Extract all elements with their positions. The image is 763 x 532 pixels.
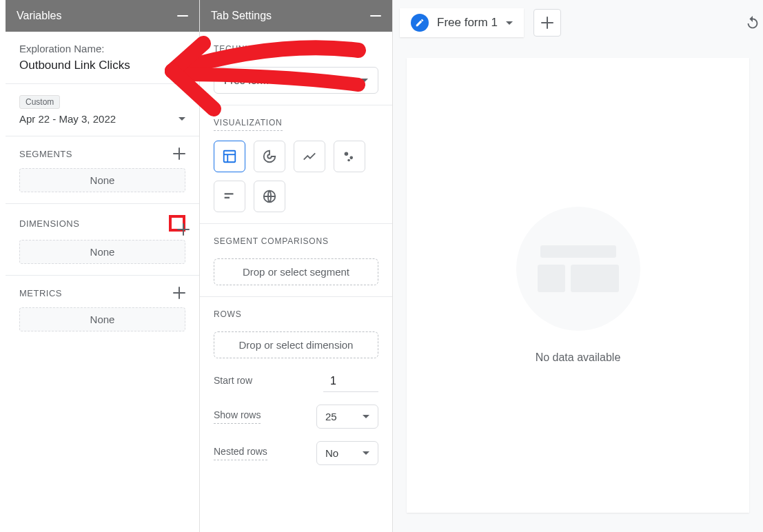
date-range-badge: Custom	[19, 95, 60, 109]
segment-comparisons-dropzone[interactable]: Drop or select segment	[214, 258, 378, 285]
segments-section: SEGMENTS None	[6, 136, 199, 204]
add-segment-icon[interactable]	[173, 147, 185, 160]
dimensions-title: DIMENSIONS	[19, 218, 79, 229]
tab-settings-title: Tab Settings	[211, 10, 272, 22]
rows-section: ROWS Drop or select dimension Start row …	[200, 297, 392, 489]
metrics-dropzone[interactable]: None	[19, 307, 185, 331]
nested-rows-select[interactable]: No	[316, 441, 378, 465]
visualization-title: VISUALIZATION	[214, 118, 283, 131]
collapse-icon[interactable]	[177, 15, 188, 17]
segment-comparisons-title: SEGMENT COMPARISONS	[214, 236, 329, 249]
svg-rect-0	[224, 151, 236, 163]
metrics-section: METRICS None	[6, 276, 199, 342]
viz-table-button[interactable]	[214, 141, 245, 172]
dimensions-section: DIMENSIONS None	[6, 204, 199, 276]
variables-panel: Variables Exploration Name: Outbound Lin…	[6, 0, 200, 532]
rows-dropzone[interactable]: Drop or select dimension	[214, 331, 378, 358]
technique-section: TECHNIQUE Free form	[200, 32, 392, 105]
start-row-value[interactable]: 1	[323, 371, 378, 392]
canvas-tab[interactable]: Free form 1	[400, 8, 524, 37]
undo-icon[interactable]	[745, 15, 760, 32]
variables-header: Variables	[6, 0, 199, 32]
show-rows-label: Show rows	[214, 409, 261, 424]
segments-dropzone[interactable]: None	[19, 168, 185, 192]
empty-state-icon	[516, 207, 640, 331]
canvas-tab-name: Free form 1	[437, 16, 498, 30]
rows-title: ROWS	[214, 309, 242, 322]
exploration-name-value[interactable]: Outbound Link Clicks	[19, 59, 185, 72]
dimensions-dropzone[interactable]: None	[19, 240, 185, 264]
exploration-name-section: Exploration Name: Outbound Link Clicks	[6, 32, 199, 84]
no-data-text: No data available	[536, 351, 621, 364]
chevron-down-icon	[361, 79, 368, 82]
technique-select[interactable]: Free form	[214, 67, 378, 94]
exploration-canvas: Free form 1 No data available	[393, 0, 763, 532]
viz-geo-button[interactable]	[254, 181, 285, 212]
exploration-name-label: Exploration Name:	[19, 43, 185, 54]
svg-point-3	[345, 152, 349, 156]
canvas-body: No data available	[407, 58, 749, 513]
chevron-down-icon	[179, 117, 185, 121]
start-row-label: Start row	[214, 375, 252, 389]
tab-settings-header: Tab Settings	[200, 0, 392, 32]
chevron-down-icon	[363, 415, 369, 418]
viz-scatter-button[interactable]	[334, 141, 365, 172]
collapse-icon[interactable]	[370, 15, 381, 17]
svg-point-5	[347, 159, 350, 162]
segments-title: SEGMENTS	[19, 149, 72, 159]
date-range-value: Apr 22 - May 3, 2022	[19, 113, 116, 125]
show-rows-value: 25	[325, 411, 337, 422]
tab-settings-panel: Tab Settings TECHNIQUE Free form VISUALI…	[200, 0, 393, 532]
show-rows-select[interactable]: 25	[316, 405, 378, 429]
viz-donut-button[interactable]	[254, 141, 285, 172]
add-metric-icon[interactable]	[173, 287, 185, 299]
variables-title: Variables	[17, 10, 62, 22]
viz-bar-button[interactable]	[214, 181, 245, 212]
chevron-down-icon	[363, 451, 369, 455]
technique-value: Free form	[224, 74, 269, 86]
canvas-tab-bar: Free form 1	[400, 8, 756, 37]
metrics-title: METRICS	[19, 288, 62, 298]
add-tab-button[interactable]	[533, 9, 561, 37]
date-range-section[interactable]: Custom Apr 22 - May 3, 2022	[6, 84, 199, 136]
svg-point-4	[349, 156, 353, 160]
edit-icon	[411, 14, 429, 32]
chevron-down-icon[interactable]	[506, 21, 513, 25]
nested-rows-label: Nested rows	[214, 446, 267, 460]
segment-comparisons-section: SEGMENT COMPARISONS Drop or select segme…	[200, 224, 392, 297]
annotation-highlight-box	[169, 215, 185, 232]
visualization-section: VISUALIZATION	[200, 105, 392, 224]
technique-title: TECHNIQUE	[214, 44, 267, 57]
nested-rows-value: No	[325, 447, 338, 459]
plus-icon	[541, 17, 553, 29]
viz-line-button[interactable]	[294, 141, 325, 172]
